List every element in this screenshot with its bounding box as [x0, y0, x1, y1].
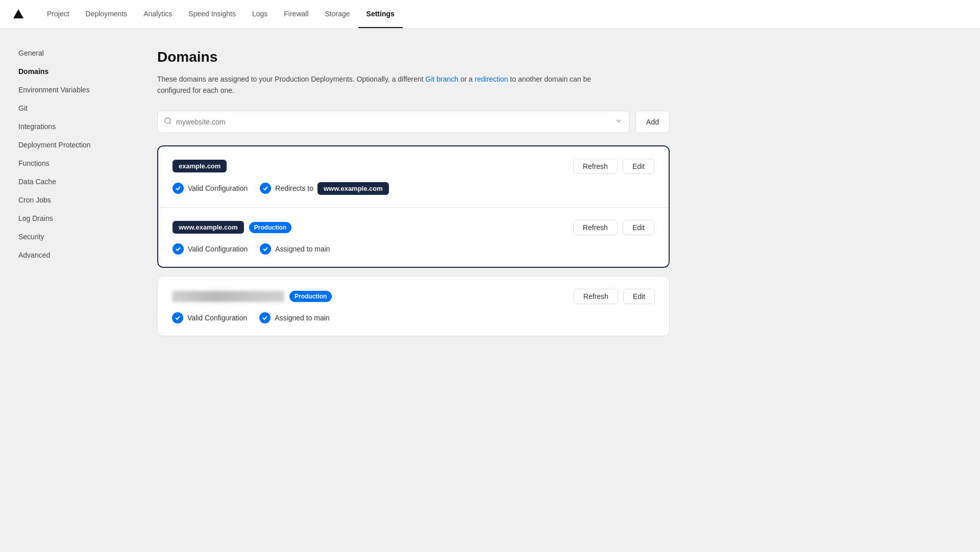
redirects-to-label: Redirects to — [275, 184, 313, 192]
edit-button-1[interactable]: Edit — [623, 159, 654, 174]
search-input-wrap — [157, 111, 629, 133]
top-nav: Project Deployments Analytics Speed Insi… — [0, 0, 980, 29]
valid-config-label-1: Valid Configuration — [188, 184, 248, 192]
domain-name-wrap-2: www.example.com Production — [173, 221, 291, 234]
nav-item-speed-insights[interactable]: Speed Insights — [180, 0, 244, 28]
redirect-target-badge: www.example.com — [317, 182, 389, 195]
status-item-valid-2: Valid Configuration — [173, 243, 248, 255]
refresh-button-2[interactable]: Refresh — [573, 220, 618, 235]
svg-line-2 — [169, 122, 171, 124]
domain-status-row-2: Valid Configuration Assigned to main — [173, 243, 654, 255]
page-title: Domains — [157, 49, 670, 65]
production-badge-3: Production — [289, 291, 332, 302]
sidebar-item-advanced[interactable]: Advanced — [12, 247, 120, 263]
check-icon-3 — [173, 243, 184, 255]
search-input[interactable] — [176, 118, 615, 126]
nav-item-logs[interactable]: Logs — [244, 0, 276, 28]
svg-point-1 — [165, 118, 170, 123]
domain-card-header-2: www.example.com Production Refresh Edit — [173, 220, 654, 235]
logo[interactable] — [12, 8, 24, 20]
status-item-assigned-3: Assigned to main — [259, 312, 329, 323]
domain-card-example: example.com Refresh Edit Vali — [158, 146, 669, 208]
nav-item-project[interactable]: Project — [39, 0, 78, 28]
domain-name-wrap-1: example.com — [173, 160, 227, 172]
status-item-assigned-2: Assigned to main — [260, 243, 330, 255]
valid-config-label-3: Valid Configuration — [187, 314, 247, 322]
main-content: Domains These domains are assigned to yo… — [133, 29, 694, 552]
domain-actions-2: Refresh Edit — [573, 220, 654, 235]
sidebar-item-cron-jobs[interactable]: Cron Jobs — [12, 192, 120, 208]
edit-button-2[interactable]: Edit — [623, 220, 654, 235]
check-icon-5 — [172, 312, 183, 323]
sidebar-item-integrations[interactable]: Integrations — [12, 118, 120, 135]
sidebar-item-general[interactable]: General — [12, 45, 120, 61]
domain-status-row-3: Valid Configuration Assigned to main — [172, 312, 655, 323]
desc-text-2: or a — [458, 75, 475, 83]
check-icon-6 — [259, 312, 271, 323]
domain-card-www: www.example.com Production Refresh Edit — [158, 208, 669, 267]
nav-item-deployments[interactable]: Deployments — [78, 0, 136, 28]
assigned-to-main-label-3: Assigned to main — [275, 314, 329, 322]
domain-actions-3: Refresh Edit — [574, 289, 655, 304]
edit-button-3[interactable]: Edit — [623, 289, 655, 304]
domain-card-header-3: Production Refresh Edit — [172, 289, 655, 304]
svg-marker-0 — [13, 9, 23, 18]
domain-actions-1: Refresh Edit — [573, 159, 654, 174]
sidebar-item-env-vars[interactable]: Environment Variables — [12, 82, 120, 98]
search-icon — [164, 117, 172, 127]
domain-name-wrap-3: Production — [172, 291, 332, 302]
domain-name-badge-2: www.example.com — [173, 221, 244, 234]
sidebar-item-deployment-protection[interactable]: Deployment Protection — [12, 137, 120, 153]
nav-item-storage[interactable]: Storage — [317, 0, 358, 28]
sidebar-item-domains[interactable]: Domains — [12, 63, 120, 80]
page-description: These domains are assigned to your Produ… — [157, 73, 617, 96]
sidebar-item-git[interactable]: Git — [12, 100, 120, 116]
status-item-redirect-1: Redirects to www.example.com — [260, 182, 389, 195]
sidebar-item-security[interactable]: Security — [12, 229, 120, 245]
chevron-down-icon — [615, 117, 623, 127]
production-badge-2: Production — [249, 222, 291, 233]
nav-item-settings[interactable]: Settings — [358, 0, 403, 28]
domain-name-badge-1: example.com — [173, 160, 227, 172]
status-item-valid-1: Valid Configuration — [173, 183, 248, 194]
domain-card-blurred: Production Refresh Edit Valid Configurat… — [157, 276, 670, 336]
domain-cards-group: example.com Refresh Edit Vali — [157, 145, 670, 268]
add-domain-button[interactable]: Add — [635, 111, 670, 133]
check-icon-1 — [173, 183, 184, 194]
valid-config-label-2: Valid Configuration — [188, 245, 248, 253]
refresh-button-1[interactable]: Refresh — [573, 159, 618, 174]
sidebar-item-functions[interactable]: Functions — [12, 155, 120, 171]
domain-card-header-1: example.com Refresh Edit — [173, 159, 654, 174]
sidebar-item-data-cache[interactable]: Data Cache — [12, 173, 120, 190]
assigned-to-main-label-2: Assigned to main — [275, 245, 330, 253]
nav-items: Project Deployments Analytics Speed Insi… — [39, 0, 403, 28]
domain-status-row-1: Valid Configuration Redirects to www.exa… — [173, 182, 654, 195]
desc-text-1: These domains are assigned to your Produ… — [157, 75, 426, 83]
status-item-valid-3: Valid Configuration — [172, 312, 247, 323]
refresh-button-3[interactable]: Refresh — [574, 289, 618, 304]
nav-item-analytics[interactable]: Analytics — [135, 0, 180, 28]
check-icon-4 — [260, 243, 271, 255]
redirection-link[interactable]: redirection — [475, 75, 508, 83]
check-icon-2 — [260, 183, 271, 194]
nav-item-firewall[interactable]: Firewall — [276, 0, 316, 28]
search-row: Add — [157, 111, 670, 133]
git-branch-link[interactable]: Git branch — [426, 75, 459, 83]
sidebar: General Domains Environment Variables Gi… — [0, 29, 133, 552]
blurred-domain-name — [172, 291, 284, 302]
sidebar-item-log-drains[interactable]: Log Drains — [12, 210, 120, 227]
layout: General Domains Environment Variables Gi… — [0, 29, 980, 552]
